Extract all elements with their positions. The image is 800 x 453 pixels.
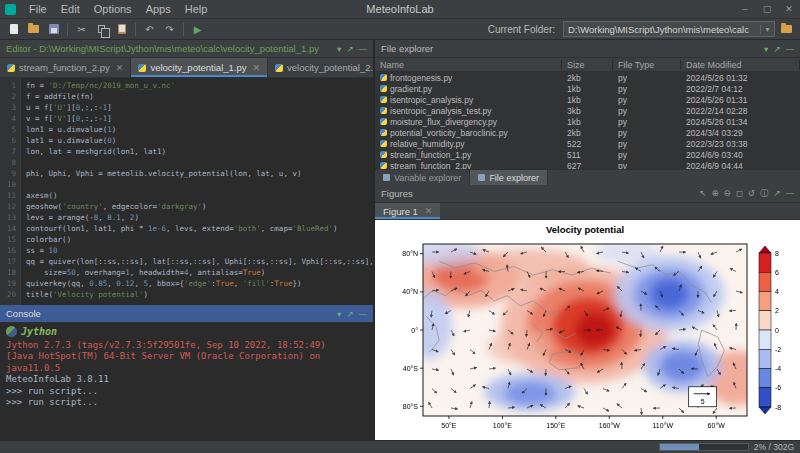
line-number: 4 [0,113,16,124]
menu-options[interactable]: Options [87,3,139,15]
editor-tab[interactable]: velocity_potential_1.py✕ [131,58,268,77]
menu-apps[interactable]: Apps [139,3,178,15]
panel-float-icon[interactable]: ↗ [773,44,780,54]
toolbar-separator [67,23,68,36]
column-header-size[interactable]: Size [562,60,613,70]
code-line: colorbar() [26,234,373,245]
explorer-tab-icon [383,174,390,181]
python-file-icon [380,96,387,103]
menu-file[interactable]: File [22,3,54,15]
table-row[interactable]: stream_function_2.py627py2024/6/9 04:44 [375,160,800,169]
refresh-icon[interactable]: ↺ [748,188,755,200]
figure-canvas[interactable]: Velocity potential550°E100°E150°E160°W11… [375,220,800,440]
console-header-icons: ▾ ↗ — [337,309,367,319]
run-script-button[interactable]: ▶ [189,21,206,38]
code-line: geoshow('country', edgecolor='darkgray') [26,201,373,212]
full-extent-icon[interactable]: ◻ [736,188,743,200]
python-file-icon [380,85,387,92]
y-tick-label: 80°N [402,250,418,257]
minimize-button[interactable]: – [734,2,756,16]
column-header-file-type[interactable]: File Type [613,60,681,70]
x-tick-label: 160°W [599,422,620,429]
tab-file-explorer[interactable]: File explorer [470,170,548,185]
table-row[interactable]: stream_function_1.py511py2024/6/9 03:40 [375,149,800,160]
date-modified-cell: 2024/5/26 01:32 [681,73,800,83]
copy-button[interactable] [93,21,110,38]
panel-menu-icon[interactable]: ▾ [337,309,341,319]
window-title: MeteoInfoLab [366,3,433,15]
line-number: 9 [0,168,16,179]
close-button[interactable]: ✕ [778,2,800,16]
cut-button[interactable]: ✂ [73,21,90,38]
panel-menu-icon[interactable]: ▾ [764,44,768,54]
panel-minimize-icon[interactable]: — [786,188,795,200]
panel-menu-icon[interactable]: ▾ [337,44,341,54]
table-row[interactable]: potential_vorticity_baroclinic.py2kbpy20… [375,127,800,138]
redo-button[interactable]: ↷ [161,21,178,38]
line-number: 18 [0,267,16,278]
console-panel-header: Console ▾ ↗ — [0,305,373,323]
save-button[interactable] [45,21,62,38]
panel-minimize-icon[interactable]: — [359,44,368,54]
table-row[interactable]: isentropic_analysis_test.py3kbpy2022/2/1… [375,105,800,116]
open-folder-icon [28,25,39,33]
main-area: Editor - D:\Working\MIScript\Jython\mis\… [0,40,800,440]
panel-float-icon[interactable]: ↗ [346,44,353,54]
python-file-icon [380,140,387,147]
zoom-in-icon[interactable]: ⊕ [711,188,718,200]
tab-variable-explorer[interactable]: Variable explorer [375,170,470,185]
pointer-icon[interactable]: ↖ [699,188,706,200]
menu-help[interactable]: Help [178,3,215,15]
figure-tab-bar: Figure 1 ✕ [375,203,800,220]
date-modified-cell: 2022/2/7 04:12 [681,84,800,94]
table-row[interactable]: gradient.py1kbpy2022/2/7 04:12 [375,83,800,94]
undo-icon: ↶ [145,24,153,35]
console-output[interactable]: Jython Jython 2.7.3 (tags/v2.7.3:5f29501… [0,323,373,440]
current-folder-combobox[interactable]: D:\Working\MIScript\Jython\mis\meteo\cal… [563,21,775,37]
table-row[interactable]: moisture_flux_divergency.py1kbpy2024/5/2… [375,116,800,127]
file-type-cell: py [613,161,681,170]
file-type-cell: py [613,139,681,149]
new-file-button[interactable] [5,21,22,38]
colorbar-tick-label: 6 [775,269,779,276]
panel-float-icon[interactable]: ↗ [773,188,780,200]
zoom-out-icon[interactable]: ⊖ [724,188,731,200]
column-header-name[interactable]: Name [375,60,562,70]
file-type-cell: py [613,117,681,127]
code-line: contourf(lon1, lat1, phi * 1e-6, levs, e… [26,223,373,234]
jython-logo-icon [6,326,17,337]
panel-minimize-icon[interactable]: — [786,44,795,54]
table-row[interactable]: frontogenesis.py2kbpy2024/5/26 01:32 [375,72,800,83]
redo-icon: ↷ [165,24,173,35]
panel-minimize-icon[interactable]: — [359,309,368,319]
open-file-button[interactable] [25,21,42,38]
maximize-button[interactable]: ▢ [756,2,778,16]
chevron-down-icon[interactable]: ▾ [760,25,774,34]
identify-icon[interactable]: ⓘ [760,188,769,200]
editor-tab[interactable]: stream_function_2.py✕ [0,58,131,77]
column-header-date-modified[interactable]: Date Modified [681,60,800,70]
date-modified-cell: 2022/3/23 03:38 [681,139,800,149]
close-icon[interactable]: ✕ [423,206,433,216]
editor-header-icons: ▾ ↗ — [337,44,367,54]
close-icon[interactable]: ✕ [114,63,124,73]
browse-folder-button[interactable] [778,21,795,38]
python-file-icon [380,107,387,114]
menu-edit[interactable]: Edit [54,3,87,15]
date-modified-cell: 2024/6/9 03:40 [681,150,800,160]
python-file-icon [380,129,387,136]
figure-tab[interactable]: Figure 1 ✕ [375,203,440,219]
figures-toolbar: ↖ ⊕ ⊖ ◻ ↺ ⓘ ↗ — [699,188,794,200]
toolbar-separator [183,23,184,36]
code-editor[interactable]: 1234567891011121314151617181920 fn = 'D:… [0,78,373,305]
figure-tab-label: Figure 1 [383,206,418,217]
table-row[interactable]: relative_humidity.py522py2022/3/23 03:38 [375,138,800,149]
panel-float-icon[interactable]: ↗ [346,309,353,319]
paste-button[interactable] [113,21,130,38]
file-name-cell: frontogenesis.py [375,73,562,83]
python-file-icon [380,151,387,158]
table-row[interactable]: isentropic_analysis.py1kbpy2024/5/26 01:… [375,94,800,105]
undo-button[interactable]: ↶ [141,21,158,38]
line-number: 10 [0,179,16,190]
close-icon[interactable]: ✕ [251,63,261,73]
